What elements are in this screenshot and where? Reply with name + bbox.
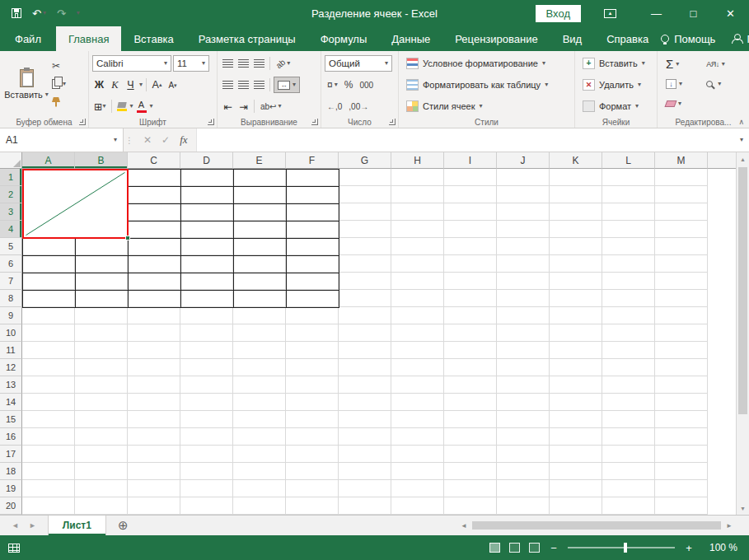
cell-F18[interactable] [286, 463, 339, 480]
cell-A16[interactable] [22, 428, 75, 446]
cell-D10[interactable] [180, 324, 233, 342]
cell-D19[interactable] [180, 480, 233, 497]
zoom-in-button[interactable]: + [684, 542, 694, 554]
cell-K9[interactable] [550, 307, 602, 324]
cell-B16[interactable] [75, 428, 128, 446]
cell-E18[interactable] [233, 463, 286, 480]
cell-K13[interactable] [550, 376, 602, 394]
cell-G18[interactable] [339, 463, 391, 480]
cell-L20[interactable] [602, 497, 655, 515]
cell-D6[interactable] [180, 255, 233, 273]
scroll-down-icon[interactable]: ▼ [737, 502, 749, 515]
cell-G19[interactable] [339, 480, 391, 497]
cell-I5[interactable] [444, 238, 497, 255]
cell-G3[interactable] [339, 203, 391, 221]
cell-F3[interactable] [286, 203, 339, 221]
cell-K11[interactable] [550, 342, 602, 359]
cell-L17[interactable] [602, 446, 655, 463]
insert-cells-button[interactable]: + Вставить▾ [578, 54, 653, 73]
column-header-H[interactable]: H [391, 152, 444, 169]
cell-B8[interactable] [75, 290, 128, 307]
cell-G7[interactable] [339, 273, 391, 290]
cell-I6[interactable] [444, 255, 497, 273]
cell-G1[interactable] [339, 169, 391, 186]
cell-A8[interactable] [22, 290, 75, 307]
row-header-7[interactable]: 7 [0, 273, 22, 290]
row-header-10[interactable]: 10 [0, 324, 22, 342]
cell-L15[interactable] [602, 411, 655, 428]
cell-J6[interactable] [497, 255, 550, 273]
cell-M12[interactable] [655, 359, 708, 376]
cell-I17[interactable] [444, 446, 497, 463]
cell-A18[interactable] [22, 463, 75, 480]
cell-K5[interactable] [550, 238, 602, 255]
cell-M1[interactable] [655, 169, 708, 186]
cell-M4[interactable] [655, 221, 708, 238]
tab-Вставка[interactable]: Вставка [121, 26, 185, 51]
cell-L8[interactable] [602, 290, 655, 307]
cell-C18[interactable] [128, 463, 180, 480]
cell-E12[interactable] [233, 359, 286, 376]
cell-K6[interactable] [550, 255, 602, 273]
cell-M18[interactable] [655, 463, 708, 480]
cell-J20[interactable] [497, 497, 550, 515]
row-header-9[interactable]: 9 [0, 307, 22, 324]
cell-B7[interactable] [75, 273, 128, 290]
cell-F14[interactable] [286, 394, 339, 411]
cell-A15[interactable] [22, 411, 75, 428]
cell-I12[interactable] [444, 359, 497, 376]
horizontal-scroll-thumb[interactable] [472, 521, 721, 530]
column-header-J[interactable]: J [497, 152, 550, 169]
enter-check-icon[interactable]: ✓ [162, 134, 170, 146]
column-header-F[interactable]: F [286, 152, 339, 169]
cell-E1[interactable] [233, 169, 286, 186]
sign-in-button[interactable]: Вход [536, 5, 581, 22]
cell-C1[interactable] [128, 169, 180, 186]
cell-D1[interactable] [180, 169, 233, 186]
font-size-select[interactable]: 11▾ [173, 55, 209, 72]
percent-format-button[interactable]: % [342, 77, 356, 93]
cell-F12[interactable] [286, 359, 339, 376]
ribbon-display-options-icon[interactable]: ▴ [604, 9, 616, 18]
cell-A5[interactable] [22, 238, 75, 255]
cell-H4[interactable] [391, 221, 444, 238]
cell-D3[interactable] [180, 203, 233, 221]
scroll-up-icon[interactable]: ▲ [737, 152, 749, 166]
decrease-decimal-button[interactable]: ,00→ [346, 99, 371, 114]
previous-sheet-icon[interactable]: ◄ [12, 521, 19, 530]
cell-E9[interactable] [233, 307, 286, 324]
cell-K16[interactable] [550, 428, 602, 446]
column-header-I[interactable]: I [444, 152, 497, 169]
cell-I14[interactable] [444, 394, 497, 411]
fill-button[interactable]: ↓▾ [666, 75, 698, 92]
cell-E5[interactable] [233, 238, 286, 255]
column-header-E[interactable]: E [233, 152, 286, 169]
cell-G17[interactable] [339, 446, 391, 463]
cell-M17[interactable] [655, 446, 708, 463]
cell-D2[interactable] [180, 186, 233, 203]
cell-M11[interactable] [655, 342, 708, 359]
italic-button[interactable]: К [108, 77, 122, 93]
cell-J7[interactable] [497, 273, 550, 290]
underline-button[interactable]: Ч [124, 77, 138, 93]
fill-handle[interactable] [125, 236, 130, 240]
cell-L19[interactable] [602, 480, 655, 497]
cell-K2[interactable] [550, 186, 602, 203]
column-header-G[interactable]: G [339, 152, 391, 169]
increase-font-button[interactable]: А▴ [150, 77, 164, 93]
cell-G4[interactable] [339, 221, 391, 238]
cell-B5[interactable] [75, 238, 128, 255]
cell-F5[interactable] [286, 238, 339, 255]
cell-H3[interactable] [391, 203, 444, 221]
maximize-button[interactable]: □ [675, 0, 712, 26]
cell-J15[interactable] [497, 411, 550, 428]
cell-J3[interactable] [497, 203, 550, 221]
cell-A19[interactable] [22, 480, 75, 497]
cell-B9[interactable] [75, 307, 128, 324]
cell-F2[interactable] [286, 186, 339, 203]
cell-M2[interactable] [655, 186, 708, 203]
cell-I15[interactable] [444, 411, 497, 428]
cell-M20[interactable] [655, 497, 708, 515]
cell-D15[interactable] [180, 411, 233, 428]
cell-I4[interactable] [444, 221, 497, 238]
